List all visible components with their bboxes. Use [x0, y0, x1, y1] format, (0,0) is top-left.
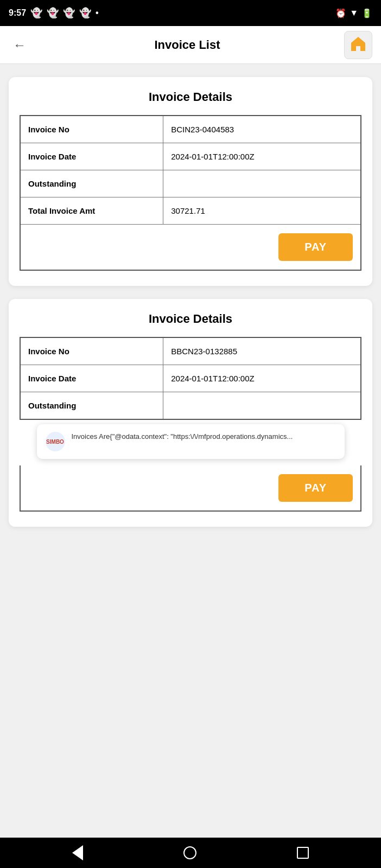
home-icon	[350, 35, 367, 55]
field-label-invoice-no-2: Invoice No	[20, 337, 163, 365]
table-row: Invoice No BBCN23-0132885	[20, 337, 361, 365]
table-row: Outstanding	[20, 170, 361, 197]
ghost-icon-2: 👻	[47, 7, 59, 19]
field-value-total-amt-1: 30721.71	[163, 197, 361, 225]
nav-bar: ← Invoice List	[0, 26, 381, 64]
field-label-invoice-date-1: Invoice Date	[20, 143, 163, 170]
pay-row-1: PAY	[20, 225, 361, 271]
field-label-outstanding-1: Outstanding	[20, 170, 163, 197]
home-nav-button[interactable]	[183, 846, 196, 859]
table-row: Total Invoice Amt 30721.71	[20, 197, 361, 225]
field-label-invoice-date-2: Invoice Date	[20, 365, 163, 392]
alarm-icon: ⏰	[335, 8, 346, 18]
field-label-total-amt-1: Total Invoice Amt	[20, 197, 163, 225]
field-label-invoice-no-1: Invoice No	[20, 116, 163, 143]
pay-button-1[interactable]: PAY	[278, 233, 353, 261]
home-button[interactable]	[344, 31, 372, 59]
field-value-outstanding-2	[163, 392, 361, 420]
invoice-table-1: Invoice No BCIN23-0404583 Invoice Date 2…	[20, 115, 361, 271]
toast-container: SIMBO Invoices Are{"@odata.context": "ht…	[20, 424, 361, 459]
wifi-icon: ▼	[350, 8, 358, 18]
ghost-icon-4: 👻	[79, 7, 91, 19]
pay-button-2[interactable]: PAY	[278, 474, 353, 502]
field-value-invoice-date-2: 2024-01-01T12:00:00Z	[163, 365, 361, 392]
battery-icon: 🔋	[361, 8, 372, 18]
status-left: 9:57 👻 👻 👻 👻 •	[9, 7, 99, 19]
field-value-invoice-no-2[interactable]: BBCN23-0132885	[163, 337, 361, 365]
field-value-invoice-no-1[interactable]: BCIN23-0404583	[163, 116, 361, 143]
ghost-icon-3: 👻	[63, 7, 75, 19]
home-circle-icon	[183, 846, 196, 859]
recent-square-icon	[297, 847, 309, 859]
field-label-outstanding-2: Outstanding	[20, 392, 163, 420]
table-row: Outstanding	[20, 392, 361, 420]
toast-logo: SIMBO	[46, 432, 65, 451]
status-time: 9:57	[9, 8, 26, 18]
bottom-nav	[0, 838, 381, 868]
invoice-card-1: Invoice Details Invoice No BCIN23-040458…	[9, 77, 372, 286]
invoice-pay-table-2: PAY	[20, 465, 361, 512]
recent-nav-button[interactable]	[297, 847, 309, 859]
field-value-invoice-date-1: 2024-01-01T12:00:00Z	[163, 143, 361, 170]
back-button[interactable]: ←	[9, 33, 30, 57]
pay-row-2: PAY	[20, 465, 361, 511]
status-bar: 9:57 👻 👻 👻 👻 • ⏰ ▼ 🔋	[0, 0, 381, 26]
invoice-table-2: Invoice No BBCN23-0132885 Invoice Date 2…	[20, 337, 361, 420]
back-triangle-icon	[72, 845, 83, 860]
table-row: Invoice Date 2024-01-01T12:00:00Z	[20, 365, 361, 392]
pay-cell-1: PAY	[20, 225, 361, 271]
pay-cell-2: PAY	[20, 465, 361, 511]
page-title: Invoice List	[154, 38, 220, 52]
toast-text: Invoices Are{"@odata.context": "https:\/…	[72, 432, 293, 442]
field-value-outstanding-1	[163, 170, 361, 197]
table-row: Invoice No BCIN23-0404583	[20, 116, 361, 143]
invoice-card-2: Invoice Details Invoice No BBCN23-013288…	[9, 299, 372, 527]
toast-notification: SIMBO Invoices Are{"@odata.context": "ht…	[37, 424, 345, 459]
ghost-icon-1: 👻	[30, 7, 42, 19]
back-nav-button[interactable]	[72, 845, 83, 860]
invoice-details-title-1: Invoice Details	[20, 90, 361, 104]
invoice-details-title-2: Invoice Details	[20, 312, 361, 326]
main-content: Invoice Details Invoice No BCIN23-040458…	[0, 64, 381, 838]
status-dot: •	[96, 8, 99, 18]
table-row: Invoice Date 2024-01-01T12:00:00Z	[20, 143, 361, 170]
status-right: ⏰ ▼ 🔋	[335, 8, 372, 18]
